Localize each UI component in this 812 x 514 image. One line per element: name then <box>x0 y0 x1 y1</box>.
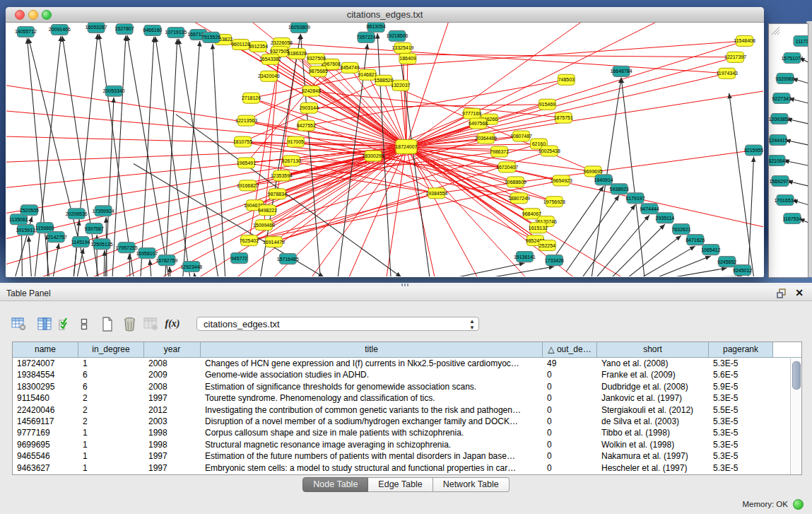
cell-out_de[interactable]: 0 <box>543 369 597 380</box>
cell-name[interactable]: 22420046 <box>13 404 78 416</box>
cell-in_degree[interactable]: 6 <box>78 369 144 380</box>
cell-in_degree[interactable]: 2 <box>78 416 144 427</box>
column-header-out_de[interactable]: △ out_de… <box>543 342 597 358</box>
network-view-window[interactable]: citations_edges.txt 18724007977716974626… <box>6 7 764 277</box>
cell-short[interactable]: Nakamura et al. (1997) <box>597 450 709 462</box>
tab-node-table[interactable]: Node Table <box>302 477 368 492</box>
resize-grip-icon[interactable] <box>769 24 780 35</box>
table-row[interactable]: 1872400712008Changes of HCN gene express… <box>13 358 801 369</box>
cell-short[interactable]: Dudbridge et al. (2008) <box>597 381 709 392</box>
memory-status-indicator[interactable] <box>793 499 804 510</box>
cell-out_de[interactable]: 0 <box>543 439 597 450</box>
cell-title[interactable]: Disruption of a novel member of a sodium… <box>201 416 543 427</box>
cell-pagerank[interactable]: 5.3E-5 <box>709 416 773 427</box>
cell-title[interactable]: Changes of HCN gene expression and I(f) … <box>201 358 543 369</box>
cell-pagerank[interactable]: 5.9E-5 <box>709 381 773 392</box>
column-header-title[interactable]: title <box>201 342 543 358</box>
cell-out_de[interactable]: 49 <box>543 358 597 369</box>
cell-in_degree[interactable]: 1 <box>78 439 144 450</box>
cell-short[interactable]: Yano et al. (2008) <box>597 358 709 369</box>
cell-title[interactable]: Tourette syndrome. Phenomenology and cla… <box>201 392 543 404</box>
cell-pagerank[interactable]: 5.6E-5 <box>709 369 773 380</box>
column-header-name[interactable]: name <box>13 342 78 358</box>
cell-title[interactable]: Corpus callosum shape and size in male p… <box>201 427 543 438</box>
cell-year[interactable]: 1997 <box>144 392 201 404</box>
cell-out_de[interactable]: 0 <box>543 462 597 474</box>
cell-pagerank[interactable]: 5.3E-5 <box>709 462 773 474</box>
table-row[interactable]: 977716911998Corpus callosum shape and si… <box>13 427 801 438</box>
select-all-button[interactable] <box>56 315 73 332</box>
cell-pagerank[interactable]: 5.5E-5 <box>709 404 773 416</box>
cell-year[interactable]: 1997 <box>144 450 201 462</box>
table-row[interactable]: 1938455462009Genome-wide association stu… <box>13 369 801 380</box>
function-builder-button[interactable]: f(x) <box>164 315 181 332</box>
cell-in_degree[interactable]: 1 <box>78 427 144 438</box>
cell-in_degree[interactable]: 1 <box>78 462 144 474</box>
float-panel-icon[interactable] <box>777 288 787 298</box>
select-columns-button[interactable] <box>36 315 53 332</box>
window-titlebar[interactable]: citations_edges.txt <box>6 7 764 23</box>
cell-pagerank[interactable]: 5.3E-5 <box>709 427 773 438</box>
cell-out_de[interactable]: 0 <box>543 404 597 416</box>
cell-year[interactable]: 1997 <box>144 462 201 474</box>
delete-table-button[interactable] <box>121 315 138 332</box>
cell-out_de[interactable]: 0 <box>543 450 597 462</box>
cell-name[interactable]: 18300295 <box>13 381 78 392</box>
cell-short[interactable]: Jankovic et al. (1997) <box>597 392 709 404</box>
cell-title[interactable]: Genome-wide association studies in ADHD. <box>201 369 543 380</box>
cell-short[interactable]: de Silva et al. (2003) <box>597 416 709 427</box>
cell-out_de[interactable]: 0 <box>543 427 597 438</box>
cell-title[interactable]: Estimation of significance thresholds fo… <box>201 381 543 392</box>
cell-year[interactable]: 1998 <box>144 427 201 438</box>
table-row[interactable]: 946554611997Estimation of the future num… <box>13 450 801 462</box>
cell-in_degree[interactable]: 6 <box>78 381 144 392</box>
cell-in_degree[interactable]: 1 <box>78 450 144 462</box>
cell-pagerank[interactable]: 5.3E-5 <box>709 392 773 404</box>
cell-short[interactable]: Stergiakouli et al. (2012) <box>597 404 709 416</box>
cell-name[interactable]: 9115460 <box>13 392 78 404</box>
cell-name[interactable]: 9465546 <box>13 450 78 462</box>
scrollbar-thumb[interactable] <box>792 361 801 390</box>
cell-short[interactable]: Wolkin et al. (1998) <box>597 439 709 450</box>
cell-year[interactable]: 2012 <box>144 404 201 416</box>
cell-year[interactable]: 2003 <box>144 416 201 427</box>
column-header-short[interactable]: short <box>597 342 709 358</box>
cell-out_de[interactable]: 0 <box>543 392 597 404</box>
column-header-year[interactable]: year <box>144 342 201 358</box>
table-settings-button[interactable] <box>10 315 27 332</box>
cell-year[interactable]: 2009 <box>144 369 201 380</box>
cell-year[interactable]: 2008 <box>144 358 201 369</box>
cell-short[interactable]: Franke et al. (2009) <box>597 369 709 380</box>
new-table-button[interactable] <box>99 315 116 332</box>
table-row[interactable]: 1830029562008Estimation of significance … <box>13 381 801 392</box>
table-row[interactable]: 911546021997Tourette syndrome. Phenomeno… <box>13 392 801 404</box>
cell-short[interactable]: Tibbo et al. (1998) <box>597 427 709 438</box>
network-canvas[interactable]: 1872400797771697462666497568203644861080… <box>6 23 763 276</box>
cell-title[interactable]: Estimation of the future numbers of pati… <box>201 450 543 462</box>
cell-name[interactable]: 18724007 <box>13 358 78 369</box>
vertical-scrollbar[interactable] <box>790 358 801 474</box>
background-network-window[interactable]: 1117315751074932996692273431209385212444… <box>768 23 808 278</box>
unselect-rows-button[interactable] <box>76 315 93 332</box>
cell-title[interactable]: Structural magnetic resonance image aver… <box>201 439 543 450</box>
cell-name[interactable]: 9463627 <box>13 462 78 474</box>
table-row[interactable]: 969969511998Structural magnetic resonanc… <box>13 439 801 450</box>
cell-name[interactable]: 14569117 <box>13 416 78 427</box>
cell-name[interactable]: 9777169 <box>13 427 78 438</box>
tab-edge-table[interactable]: Edge Table <box>368 477 433 492</box>
cell-short[interactable]: Hescheler et al. (1997) <box>597 462 709 474</box>
cell-in_degree[interactable]: 1 <box>78 358 144 369</box>
cell-name[interactable]: 9699695 <box>13 439 78 450</box>
cell-pagerank[interactable]: 5.3E-5 <box>709 439 773 450</box>
cell-title[interactable]: Investigating the contribution of common… <box>201 404 543 416</box>
cell-name[interactable]: 19384554 <box>13 369 78 380</box>
cell-title[interactable]: Embryonic stem cells: a model to study s… <box>201 462 543 474</box>
cell-in_degree[interactable]: 2 <box>78 392 144 404</box>
table-row[interactable]: 1456911722003Disruption of a novel membe… <box>13 416 801 427</box>
cell-out_de[interactable]: 0 <box>543 381 597 392</box>
cell-out_de[interactable]: 0 <box>543 416 597 427</box>
cell-year[interactable]: 2008 <box>144 381 201 392</box>
cell-pagerank[interactable]: 5.3E-5 <box>709 450 773 462</box>
table-row[interactable]: 946362711997Embryonic stem cells: a mode… <box>13 462 801 474</box>
cell-pagerank[interactable]: 5.3E-5 <box>709 358 773 369</box>
